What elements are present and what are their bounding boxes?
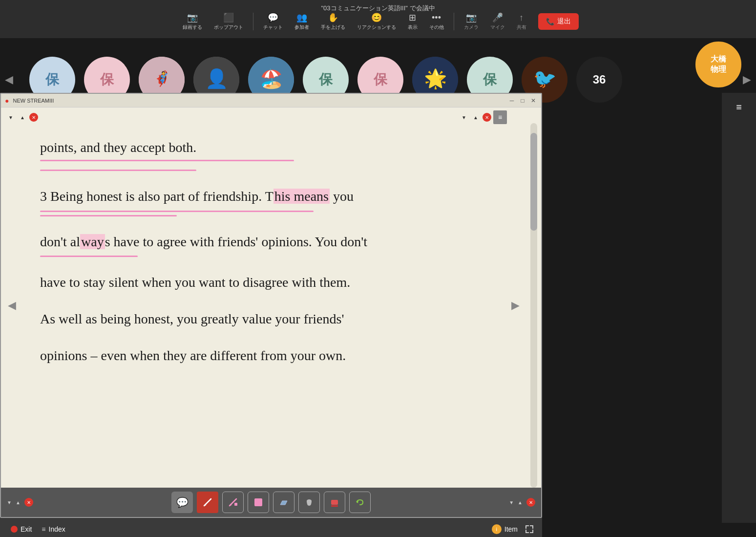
avatar-initial: 保 bbox=[483, 70, 497, 89]
up-arrow-right-bottom[interactable]: ▲ bbox=[518, 500, 523, 505]
page-nav-left[interactable]: ◀ bbox=[8, 299, 16, 312]
down-arrow-right-bottom[interactable]: ▼ bbox=[509, 500, 514, 505]
right-close-btn[interactable]: ✕ bbox=[483, 113, 491, 122]
view-label: 表示 bbox=[408, 24, 418, 31]
right-up-arrow-btn[interactable]: ▲ bbox=[471, 112, 481, 122]
highlighted-text-1: his means bbox=[273, 189, 330, 204]
comment-tool-btn[interactable]: 💬 bbox=[171, 492, 193, 513]
chat-btn[interactable]: 💬 チャット bbox=[258, 10, 288, 33]
exit-label: Exit bbox=[21, 525, 32, 533]
pink-pen-tool-btn[interactable] bbox=[222, 492, 244, 513]
index-icon: ≡ bbox=[42, 525, 45, 533]
bottom-annotation-bar: ▼ ▲ ✕ 💬 bbox=[1, 488, 541, 517]
raise-hand-btn[interactable]: ✋ 手を上げる bbox=[316, 10, 350, 33]
restore-btn[interactable]: □ bbox=[519, 97, 526, 105]
pink-box-tool-btn[interactable] bbox=[248, 492, 269, 513]
raise-hand-icon: ✋ bbox=[328, 12, 338, 23]
close-ann-btn[interactable]: ✕ bbox=[29, 113, 38, 122]
participants-nav-left[interactable]: ◀ bbox=[5, 73, 13, 86]
popout-label: ポップアウト bbox=[214, 24, 243, 31]
page-nav-right[interactable]: ▶ bbox=[511, 299, 520, 312]
up-arrow-left[interactable]: ▲ bbox=[16, 500, 21, 505]
close-btn[interactable]: ✕ bbox=[529, 97, 537, 105]
fullscreen-button[interactable] bbox=[523, 522, 536, 536]
red-pen-tool-btn[interactable] bbox=[197, 492, 218, 513]
avatar-initial: 保 bbox=[319, 70, 333, 89]
undo-tool-btn[interactable] bbox=[349, 492, 371, 513]
svg-rect-14 bbox=[234, 503, 237, 506]
more-label: その他 bbox=[429, 24, 444, 31]
paragraph-5: As well as being honest, you greatly val… bbox=[40, 308, 512, 330]
avatar-initial: 36 bbox=[593, 73, 606, 86]
svg-rect-22 bbox=[525, 525, 526, 529]
status-bar: Exit ≡ Index i Item bbox=[0, 518, 542, 537]
meeting-title: "03コミュニケーション英語III" で会議中 bbox=[321, 4, 435, 13]
scrollbar[interactable] bbox=[530, 123, 537, 488]
up-arrow-btn[interactable]: ▲ bbox=[18, 112, 27, 122]
reaction-btn[interactable]: 😊 リアクションする bbox=[352, 10, 401, 33]
phone-icon: 📞 bbox=[546, 18, 554, 25]
mic-btn[interactable]: 🎤 マイク bbox=[485, 10, 510, 33]
undo-icon bbox=[355, 497, 365, 508]
index-button[interactable]: ≡ Index bbox=[37, 523, 70, 535]
close-bottom-right[interactable]: ✕ bbox=[526, 498, 535, 507]
popout-btn[interactable]: ⬛ ポップアウト bbox=[209, 10, 248, 33]
svg-line-10 bbox=[204, 499, 211, 506]
text-line-4: have to stay silent when you want to dis… bbox=[40, 272, 512, 294]
eraser-tool-btn[interactable] bbox=[273, 492, 294, 513]
index-label: Index bbox=[49, 525, 65, 533]
panel-menu-icon[interactable]: ≡ bbox=[732, 98, 746, 117]
text-line-6: opinions – even when they are different … bbox=[40, 345, 512, 367]
share-btn[interactable]: ↑ 共有 bbox=[512, 11, 531, 33]
host-name: 大橋物理 bbox=[711, 54, 726, 75]
avatar-initial: 保 bbox=[45, 70, 59, 89]
participants-nav-right[interactable]: ▶ bbox=[743, 73, 751, 86]
text-line-3: don't always have to agree with friends'… bbox=[40, 231, 512, 253]
more-icon: ••• bbox=[432, 13, 441, 23]
mic-label: マイク bbox=[490, 24, 505, 31]
eraser-icon bbox=[278, 497, 289, 508]
window-title: NEW STREAMIII bbox=[13, 98, 54, 104]
exit-button[interactable]: Exit bbox=[6, 523, 37, 535]
svg-text:🐦: 🐦 bbox=[533, 67, 557, 90]
more-btn[interactable]: ••• その他 bbox=[424, 11, 449, 33]
paragraph-3: don't always have to agree with friends'… bbox=[40, 231, 512, 258]
camera-btn[interactable]: 📷 カメラ bbox=[459, 10, 483, 33]
pink-box-icon bbox=[253, 497, 264, 508]
window-app-icon: ● bbox=[5, 97, 9, 105]
paragraph-2: 3 Being honest is also part of friendshi… bbox=[40, 186, 512, 216]
participants-btn[interactable]: 👥 参加者 bbox=[290, 10, 314, 33]
window-titlebar: ● NEW STREAMIII ─ □ ✕ bbox=[1, 94, 541, 107]
text-line-5: As well as being honest, you greatly val… bbox=[40, 308, 512, 330]
view-btn[interactable]: ⊞ 表示 bbox=[403, 10, 422, 33]
content-window: ● NEW STREAMIII ─ □ ✕ ▼ ▲ ✕ ▼ ▲ ✕ ≡ ◀ ▶ … bbox=[0, 93, 542, 518]
participant-11[interactable]: 36 bbox=[576, 57, 622, 103]
record-icon: 📷 bbox=[187, 12, 198, 23]
top-bar: "03コミュニケーション英語III" で会議中 📷 録画する ⬛ ポップアウト … bbox=[0, 0, 756, 38]
item-label: Item bbox=[504, 525, 518, 533]
record-label: 録画する bbox=[183, 24, 202, 31]
item-icon: i bbox=[492, 524, 502, 534]
leave-button[interactable]: 📞 退出 bbox=[538, 13, 579, 30]
right-panel: ≡ bbox=[722, 93, 756, 523]
close-bottom-left[interactable]: ✕ bbox=[24, 498, 33, 507]
item-button[interactable]: i Item bbox=[487, 522, 523, 536]
scrollbar-thumb[interactable] bbox=[530, 133, 537, 231]
down-arrow-left[interactable]: ▼ bbox=[7, 500, 12, 505]
camera-label: カメラ bbox=[464, 24, 479, 31]
right-menu-btn[interactable]: ≡ bbox=[493, 110, 507, 124]
toolbar-separator bbox=[253, 13, 253, 30]
record-btn[interactable]: 📷 録画する bbox=[178, 10, 207, 33]
chat-label: チャット bbox=[263, 24, 283, 31]
avatar-initial: 保 bbox=[100, 70, 114, 89]
share-icon: ↑ bbox=[519, 13, 524, 23]
text-line-2: 3 Being honest is also part of friendshi… bbox=[40, 186, 512, 208]
text-line-1: points, and they accept both. bbox=[40, 137, 512, 159]
down-arrow-btn[interactable]: ▼ bbox=[6, 112, 16, 122]
svg-rect-28 bbox=[532, 530, 533, 533]
right-down-arrow-btn[interactable]: ▼ bbox=[459, 112, 469, 122]
stamp-tool-btn[interactable] bbox=[324, 492, 345, 513]
bucket-tool-btn[interactable] bbox=[298, 492, 320, 513]
host-avatar[interactable]: 大橋物理 bbox=[695, 42, 741, 87]
minimize-btn[interactable]: ─ bbox=[508, 97, 516, 105]
